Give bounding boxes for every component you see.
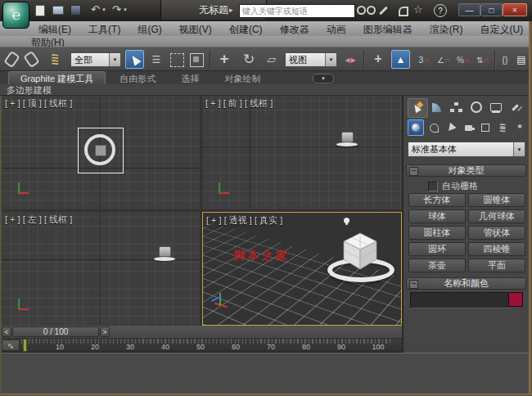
close-button[interactable]: × xyxy=(503,3,527,16)
menu-rendering[interactable]: 渲染(R) xyxy=(422,21,471,36)
application-menu-button[interactable]: ℮ xyxy=(2,2,29,29)
category-lights[interactable] xyxy=(443,119,459,136)
minimize-button[interactable]: — xyxy=(458,3,480,16)
tab-utilities[interactable] xyxy=(506,98,525,116)
redo-button[interactable]: ↷ xyxy=(110,3,124,16)
primitive-pyramid-button[interactable]: 四棱锥 xyxy=(468,242,525,256)
category-systems[interactable]: * xyxy=(512,119,528,136)
primitive-box-button[interactable]: 长方体 xyxy=(408,193,466,207)
bind-to-space-warp-icon[interactable]: ≈≈ xyxy=(46,49,64,69)
tab-display[interactable] xyxy=(486,98,505,116)
named-selection-sets-button[interactable]: {} xyxy=(498,51,512,69)
redo-flyout-arrow-icon[interactable]: ▼ xyxy=(123,7,128,12)
viewport-top-label[interactable]: [ + ] [ 顶 ] [ 线框 ] xyxy=(5,97,72,110)
mini-curve-editor-button[interactable]: ∿ xyxy=(2,340,20,351)
primitive-category-dropdown[interactable]: 标准基本体 ▼ xyxy=(408,142,525,157)
tab-modify[interactable] xyxy=(427,98,446,116)
viewport-perspective[interactable]: [ + ] [ 透视 ] [ 真实 ] 脚本之家 xyxy=(202,212,402,326)
ribbon-panel-polygon-modeling[interactable]: 多边形建模 xyxy=(7,85,52,95)
3d-snap-toggle-button[interactable]: 3∩ xyxy=(416,51,432,69)
menu-create[interactable]: 创建(C) xyxy=(222,21,270,36)
search-input[interactable] xyxy=(239,4,355,18)
menu-modifiers[interactable]: 修改器 xyxy=(273,21,317,36)
primitive-torus-button[interactable]: 圆环 xyxy=(408,242,466,256)
select-and-scale-button[interactable]: ▱ xyxy=(262,49,282,69)
primitive-sphere-button[interactable]: 球体 xyxy=(408,209,466,223)
spinner-snap-toggle-button[interactable]: ⇅∩ xyxy=(475,51,491,69)
window-crossing-toggle-icon[interactable] xyxy=(190,53,204,67)
viewport-left[interactable]: [ + ] [ 左 ] [ 线框 ] xyxy=(2,212,200,326)
menu-views[interactable]: 视图(V) xyxy=(172,21,219,36)
favorites-star-icon[interactable]: ☆ xyxy=(413,3,423,16)
ribbon-tab-object-paint[interactable]: 对象绘制 xyxy=(213,72,272,85)
menu-tools[interactable]: 工具(T) xyxy=(81,21,128,36)
save-file-button[interactable] xyxy=(69,4,83,16)
menu-animation[interactable]: 动画 xyxy=(319,21,354,36)
undo-flyout-arrow-icon[interactable]: ▼ xyxy=(101,7,106,12)
time-slider-prev-button[interactable]: < xyxy=(2,326,11,337)
object-color-swatch[interactable] xyxy=(508,292,523,307)
percent-snap-toggle-button[interactable]: %∩ xyxy=(455,51,471,69)
time-slider-grip[interactable]: 0 / 100 xyxy=(12,326,99,337)
tab-motion[interactable] xyxy=(467,98,485,116)
object-type-rollout-header[interactable]: – 对象类型 xyxy=(406,164,526,177)
mirror-button[interactable]: ◀▶ xyxy=(342,51,358,69)
viewport-front-label[interactable]: [ + ] [ 前 ] [ 线框 ] xyxy=(205,97,273,110)
menu-graph-editors[interactable]: 图形编辑器 xyxy=(356,21,420,36)
help-icon[interactable]: ? xyxy=(434,4,447,17)
undo-button[interactable]: ↶ xyxy=(88,3,102,16)
select-by-name-button[interactable]: ☰ xyxy=(147,51,165,69)
primitive-cone-button[interactable]: 圆锥体 xyxy=(468,193,525,207)
current-frame-handle[interactable] xyxy=(23,339,27,352)
viewport-perspective-label[interactable]: [ + ] [ 透视 ] [ 真实 ] xyxy=(206,214,282,227)
select-and-move-button[interactable]: + xyxy=(214,49,234,69)
menu-customize[interactable]: 自定义(U) xyxy=(473,21,531,36)
maximize-button[interactable]: □ xyxy=(480,3,503,16)
ribbon-tab-selection[interactable]: 选择 xyxy=(169,72,210,85)
viewport-lamp-icon[interactable] xyxy=(344,218,349,223)
primitive-cylinder-button[interactable]: 圆柱体 xyxy=(408,226,466,240)
autogrid-checkbox[interactable] xyxy=(428,182,438,191)
viewport-left-label[interactable]: [ + ] [ 左 ] [ 线框 ] xyxy=(5,214,72,226)
tick-label: 60 xyxy=(232,343,240,351)
category-helpers[interactable] xyxy=(477,119,494,136)
rectangular-selection-region-icon[interactable] xyxy=(170,53,184,67)
ribbon-tab-freeform[interactable]: 自由形式 xyxy=(108,72,167,85)
track-bar[interactable]: ∿ 0 10 20 30 40 50 60 70 80 90 100 xyxy=(0,339,402,353)
category-cameras[interactable] xyxy=(460,119,476,136)
menu-group[interactable]: 组(G) xyxy=(130,21,169,36)
primitive-geosphere-button[interactable]: 几何球体 xyxy=(468,209,525,223)
manipulate-button[interactable]: + xyxy=(368,49,388,69)
primitive-plane-button[interactable]: 平面 xyxy=(468,259,525,272)
open-file-button[interactable] xyxy=(51,4,65,16)
object-name-field[interactable] xyxy=(410,292,510,308)
angle-snap-toggle-button[interactable]: ∠∩ xyxy=(435,51,452,69)
wrench-icon[interactable] xyxy=(379,6,389,16)
primitive-teapot-button[interactable]: 茶壶 xyxy=(408,259,466,272)
ribbon-tab-graphite[interactable]: Graphite 建模工具 xyxy=(8,71,106,85)
search-binoculars-icon[interactable] xyxy=(357,6,376,15)
menu-edit[interactable]: 编辑(E) xyxy=(31,21,79,36)
new-file-button[interactable] xyxy=(33,4,47,16)
unlink-selection-icon[interactable] xyxy=(23,51,39,68)
select-object-button[interactable] xyxy=(125,50,144,69)
search-flyout-icon[interactable]: ▸ xyxy=(229,6,233,14)
time-slider-next-button[interactable]: > xyxy=(100,326,110,337)
snaps-toggle-button[interactable]: ▲ xyxy=(391,50,410,69)
category-space-warps[interactable]: ≈≈ xyxy=(494,119,511,136)
category-shapes[interactable] xyxy=(426,119,442,136)
communication-center-icon[interactable] xyxy=(397,5,407,15)
ribbon-minimize-button[interactable]: ▼ xyxy=(313,74,334,83)
tab-hierarchy[interactable] xyxy=(447,98,466,116)
viewport-top[interactable]: [ + ] [ 顶 ] [ 线框 ] xyxy=(2,96,200,209)
viewport-front[interactable]: [ + ] [ 前 ] [ 线框 ] xyxy=(202,96,402,209)
category-geometry[interactable] xyxy=(408,119,424,136)
tab-create[interactable] xyxy=(408,98,428,118)
name-color-rollout-header[interactable]: – 名称和颜色 xyxy=(406,277,526,290)
reference-coordinate-dropdown[interactable]: 视图 ▼ xyxy=(285,52,337,67)
layer-manager-button[interactable]: ▤ xyxy=(514,51,529,69)
selection-filter-dropdown[interactable]: 全部 ▼ xyxy=(70,52,121,67)
select-and-link-icon[interactable] xyxy=(3,51,20,68)
select-and-rotate-button[interactable]: ↻ xyxy=(239,49,259,69)
primitive-tube-button[interactable]: 管状体 xyxy=(468,226,525,240)
